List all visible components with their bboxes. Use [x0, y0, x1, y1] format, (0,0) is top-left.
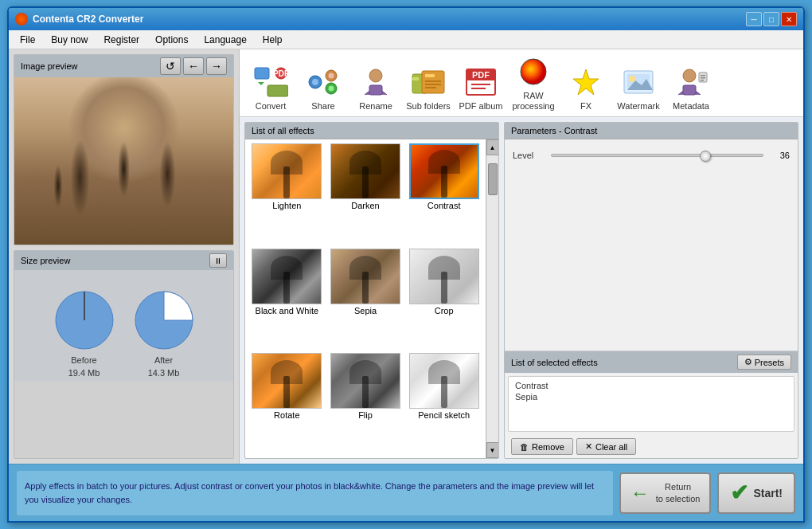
effect-darken[interactable]: Darken	[327, 143, 404, 245]
tool-fx[interactable]: FX	[563, 65, 609, 112]
svg-point-12	[329, 86, 334, 92]
watermark-label: Watermark	[617, 101, 659, 112]
svg-point-27	[521, 59, 546, 84]
window-title: Contenta CR2 Converter	[33, 14, 143, 25]
action-buttons: 🗑 Remove ✕ Clear all	[505, 435, 798, 458]
effect-contrast[interactable]: Contrast	[405, 143, 482, 245]
effect-flip[interactable]: Flip	[327, 352, 404, 455]
effect-sepia[interactable]: Sepia	[327, 248, 404, 351]
menu-bar: File Buy now Register Options Language H…	[9, 30, 803, 49]
scroll-track[interactable]	[487, 155, 498, 442]
svg-rect-36	[701, 77, 705, 79]
selected-effect-sepia[interactable]: Sepia	[515, 391, 787, 402]
tool-pdfalbum[interactable]: PDF PDF album	[458, 65, 504, 112]
bw-thumbnail	[252, 249, 322, 304]
menu-file[interactable]: File	[14, 33, 41, 47]
tool-metadata[interactable]: Metadata	[668, 65, 714, 112]
tool-subfolders[interactable]: Sub folders	[405, 65, 451, 112]
svg-point-31	[629, 76, 635, 82]
bw-label: Black and White	[256, 304, 318, 317]
contrast-thumbnail	[409, 143, 479, 199]
rename-label: Rename	[359, 101, 392, 112]
selected-contrast-label: Contrast	[515, 380, 548, 391]
selected-header: List of selected effects ⚙ Presets	[505, 351, 798, 373]
menu-options[interactable]: Options	[149, 33, 194, 47]
effect-blackwhite[interactable]: Black and White	[248, 248, 326, 351]
start-checkmark-icon: ✔	[730, 480, 748, 506]
tool-convert[interactable]: PDF Convert	[248, 65, 294, 112]
remove-label: Remove	[532, 442, 564, 452]
params-body: Level 36	[505, 139, 798, 351]
return-button[interactable]: ← Return to selection	[619, 472, 712, 514]
menu-register[interactable]: Register	[97, 33, 146, 47]
tool-rename[interactable]: Rename	[353, 65, 399, 112]
params-header: Parameters - Contrast	[505, 123, 798, 139]
tool-share[interactable]: Share	[300, 65, 346, 112]
after-label: After	[154, 355, 173, 365]
selected-list: Contrast Sepia	[508, 376, 794, 432]
tool-watermark[interactable]: Watermark	[615, 65, 662, 112]
fx-label: FX	[580, 101, 591, 112]
share-label: Share	[311, 101, 334, 112]
left-panel: Image preview ↺ ← → Size preview ⏸	[9, 49, 240, 464]
preview-rotate-button[interactable]: ↺	[160, 57, 181, 75]
scroll-down-button[interactable]: ▼	[486, 442, 499, 458]
tool-raw[interactable]: RAW processing	[510, 54, 556, 112]
charts-area: Before 19.4 Mb After 14.3 Mb	[14, 270, 233, 382]
flip-thumbnail	[330, 353, 400, 409]
effects-grid: Lighten Darken Contrast	[245, 139, 486, 458]
rotate-thumbnail	[252, 353, 322, 409]
effect-lighten[interactable]: Lighten	[248, 143, 326, 245]
close-button[interactable]: ✕	[781, 12, 797, 26]
before-chart-container: Before 19.4 Mb	[53, 288, 116, 378]
sepia-label: Sepia	[354, 304, 377, 317]
scroll-thumb[interactable]	[488, 163, 498, 195]
scroll-up-button[interactable]: ▲	[486, 139, 499, 155]
menu-help[interactable]: Help	[256, 33, 289, 47]
darken-thumbnail	[330, 143, 400, 199]
menu-language[interactable]: Language	[197, 33, 252, 47]
lighten-thumbnail	[252, 143, 322, 199]
app-icon	[15, 13, 28, 25]
sepia-thumbnail	[330, 249, 400, 304]
svg-rect-26	[471, 88, 486, 89]
pencil-thumbnail	[409, 353, 479, 409]
remove-button[interactable]: 🗑 Remove	[511, 438, 573, 455]
level-slider[interactable]	[551, 147, 763, 163]
metadata-icon	[672, 65, 710, 100]
rename-icon	[357, 65, 395, 100]
pause-button[interactable]: ⏸	[209, 253, 227, 268]
svg-marker-28	[573, 69, 599, 95]
preview-image	[14, 77, 233, 245]
size-preview-header: Size preview ⏸	[14, 251, 233, 270]
lighten-label: Lighten	[272, 199, 301, 212]
effects-scrollbar: ▲ ▼	[486, 139, 498, 458]
clear-all-button[interactable]: ✕ Clear all	[576, 438, 636, 455]
svg-rect-37	[701, 80, 704, 81]
maximize-button[interactable]: □	[763, 12, 779, 26]
selected-effect-contrast[interactable]: Contrast	[515, 380, 787, 391]
svg-text:PDF: PDF	[273, 69, 288, 78]
after-size: 14.3 Mb	[148, 368, 180, 378]
presets-button[interactable]: ⚙ Presets	[737, 355, 791, 370]
contrast-label: Contrast	[427, 199, 461, 212]
raw-label: RAW processing	[512, 91, 554, 112]
svg-rect-18	[425, 74, 435, 77]
clear-icon: ✕	[585, 441, 592, 452]
preview-next-button[interactable]: →	[206, 57, 227, 75]
effect-crop[interactable]: Crop	[405, 248, 482, 351]
effect-pencilsketch[interactable]: Pencil sketch	[405, 352, 482, 455]
preview-prev-button[interactable]: ←	[183, 57, 204, 75]
svg-rect-33	[683, 85, 696, 95]
minimize-button[interactable]: ─	[746, 12, 762, 26]
level-param-row: Level 36	[513, 147, 790, 163]
selected-header-label: List of selected effects	[511, 358, 598, 367]
effect-rotate[interactable]: Rotate	[248, 352, 326, 455]
pencil-label: Pencil sketch	[418, 409, 470, 421]
raw-icon	[514, 54, 552, 89]
crop-thumbnail	[409, 249, 479, 304]
start-button[interactable]: ✔ Start!	[717, 472, 795, 514]
slider-thumb[interactable]	[700, 151, 711, 162]
effects-area: List of all effects Lighten Darken	[240, 117, 803, 464]
menu-buynow[interactable]: Buy now	[45, 33, 94, 47]
